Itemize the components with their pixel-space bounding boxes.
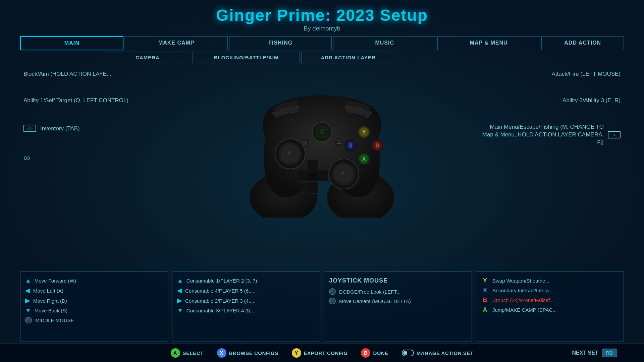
consumable-right: ▶ Consumable 2/PLAYER 3 (4,...	[177, 297, 315, 304]
middle-mouse: MIDDLE MOUSE	[25, 317, 163, 323]
label-ability1: Ability 1/Self Target (Q, LEFT CONTROL)	[23, 97, 128, 104]
left-labels: Block/Aim (HOLD ACTION LAYE... Ability 1…	[23, 67, 164, 163]
infinity-icon: ∞	[23, 153, 164, 163]
arrow-up-icon: ▲	[25, 277, 31, 284]
arrow-down-icon: ▼	[25, 307, 31, 314]
consumable-right-icon: ▶	[177, 297, 182, 304]
b-button-label: B	[481, 297, 489, 304]
joystick-dodge: DODGE/Free Look (LEFT...	[329, 288, 467, 295]
label-ability2: Ability 2/Ability 3 (E, R)	[562, 97, 621, 104]
crouch-label: Crouch (2x)/Prone/Failsaf...	[492, 297, 554, 303]
svg-text:✕: ✕	[318, 127, 326, 137]
svg-text:X: X	[349, 143, 353, 148]
toggle-icon	[402, 350, 414, 356]
right-labels: Attack/Fire (LEFT MOUSE) Ability 2/Abili…	[480, 67, 621, 157]
consumable-up: ▲ Consumable 1/PLAYER 2 (3, 7)	[177, 277, 315, 284]
select-button[interactable]: A SELECT	[171, 348, 204, 358]
secondary-interact-label: Secondary Interact/Intera...	[492, 288, 553, 293]
tab-add-action[interactable]: ADD ACTION	[541, 36, 624, 50]
svg-rect-22	[305, 143, 307, 145]
consumable-up-icon: ▲	[177, 277, 183, 284]
joystick-panel-title: JOYSTICK MOUSE	[329, 277, 467, 284]
joystick-camera-label: Move Camera (MOUSE DELTA)	[339, 298, 411, 304]
dpad-down-label: Move Back (S)	[35, 308, 67, 313]
consumable-down-label: Consumable 3/PLAYER 4 (5,...	[186, 308, 256, 313]
svg-point-5	[287, 151, 291, 155]
dpad-left: ◀ Move Left (A)	[25, 287, 163, 294]
main-menu-button-icon: ▷	[608, 131, 621, 138]
consumable-left: ◀ Consumable 4/PLAYER 5 (6,...	[177, 287, 315, 294]
svg-point-9	[341, 171, 344, 175]
arrow-left-icon: ◀	[25, 287, 30, 294]
svg-rect-20	[305, 141, 307, 143]
rb-badge[interactable]: RB	[602, 349, 617, 357]
bottom-grid: ▲ Move Forward (W) ◀ Move Left (A) ▶ Mov…	[20, 272, 624, 342]
tab-music[interactable]: MUSIC	[333, 36, 436, 50]
tab-camera[interactable]: CAMERA	[104, 52, 191, 63]
joystick-left-icon	[329, 288, 336, 295]
done-button[interactable]: B DONE	[361, 348, 388, 358]
label-block-aim: Block/Aim (HOLD ACTION LAYE...	[23, 71, 111, 77]
middle-mouse-label: MIDDLE MOUSE	[35, 317, 74, 323]
browse-configs-button[interactable]: X BROWSE CONFIGS	[217, 348, 278, 358]
select-label: SELECT	[183, 350, 204, 356]
manage-label: MANAGE ACTION SET	[417, 350, 474, 356]
consumable-right-label: Consumable 2/PLAYER 3 (4,...	[185, 298, 254, 304]
panel-joystick: JOYSTICK MOUSE DODGE/Free Look (LEFT... …	[324, 272, 472, 342]
dpad-right: ▶ Move Right (D)	[25, 297, 163, 304]
subtitle: By delmontyb	[0, 25, 644, 32]
tab-fishing[interactable]: FISHING	[229, 36, 332, 50]
tab-add-layer[interactable]: ADD ACTION LAYER	[301, 52, 395, 63]
svg-point-12	[308, 172, 317, 181]
main-content: Block/Aim (HOLD ACTION LAYE... Ability 1…	[0, 67, 644, 268]
btn-b-item: B Crouch (2x)/Prone/Failsaf...	[481, 297, 619, 304]
svg-rect-21	[303, 143, 305, 145]
dpad-left-label: Move Left (A)	[33, 288, 63, 294]
tab-blocking[interactable]: BLOCKING/BATTLE/AIM	[193, 52, 300, 63]
bottom-bar: A SELECT X BROWSE CONFIGS Y EXPORT CONFI…	[0, 344, 644, 362]
btn-y-item: Y Swap Weapon/Sheathe...	[481, 277, 619, 284]
joystick-right-icon	[329, 298, 336, 304]
a-button-label: A	[481, 306, 489, 313]
y-circle-icon: Y	[292, 348, 301, 358]
arrow-right-icon: ▶	[25, 297, 30, 304]
btn-a-item: A Jump/MAKE CAMP (SPAC...	[481, 306, 619, 313]
label-main-menu: Main Menu/Escape/Fishing (M, CHANGE TO M…	[480, 123, 604, 147]
browse-label: BROWSE CONFIGS	[229, 350, 278, 356]
panel-dpad: ▲ Move Forward (W) ◀ Move Left (A) ▶ Mov…	[20, 272, 168, 342]
swap-weapon-label: Swap Weapon/Sheathe...	[492, 278, 549, 284]
panel-consumables: ▲ Consumable 1/PLAYER 2 (3, 7) ◀ Consuma…	[172, 272, 320, 342]
joystick-indicator	[25, 317, 32, 323]
consumable-down-icon: ▼	[177, 307, 183, 314]
svg-text:A: A	[362, 156, 366, 162]
tab-make-camp[interactable]: MAKE CAMP	[125, 36, 227, 50]
joystick-dodge-label: DODGE/Free Look (LEFT...	[339, 289, 400, 295]
tab-main[interactable]: MAIN	[20, 36, 123, 50]
done-label: DONE	[373, 350, 388, 356]
title-section: Ginger Prime: 2023 Setup By delmontyb	[0, 0, 644, 32]
joystick-camera: Move Camera (MOUSE DELTA)	[329, 298, 467, 304]
tab-map-menu[interactable]: MAP & MENU	[437, 36, 540, 50]
jump-label: Jump/MAKE CAMP (SPAC...	[492, 307, 557, 313]
main-title: Ginger Prime: 2023 Setup	[0, 6, 644, 24]
label-attack-fire: Attack/Fire (LEFT MOUSE)	[551, 71, 621, 77]
b-circle-icon: B	[361, 348, 370, 358]
nav-row1: MAIN MAKE CAMP FISHING MUSIC MAP & MENU …	[20, 36, 624, 50]
dpad-down: ▼ Move Back (S)	[25, 307, 163, 314]
dpad-up-label: Move Forward (W)	[35, 278, 76, 284]
consumable-left-icon: ◀	[177, 287, 182, 294]
controller-svg: ✕ A B	[225, 77, 419, 218]
dpad-up: ▲ Move Forward (W)	[25, 277, 163, 284]
label-inventory: Inventory (TAB)	[40, 125, 80, 133]
inventory-button-icon: ◁▷	[23, 125, 36, 132]
svg-rect-19	[303, 141, 305, 143]
nav-row2: CAMERA BLOCKING/BATTLE/AIM ADD ACTION LA…	[104, 52, 624, 63]
controller-area: ✕ A B	[218, 67, 426, 228]
next-set-label: NEXT SET	[572, 350, 598, 356]
consumable-left-label: Consumable 4/PLAYER 5 (6,...	[185, 288, 254, 294]
consumable-down: ▼ Consumable 3/PLAYER 4 (5,...	[177, 307, 315, 314]
manage-action-set-button[interactable]: MANAGE ACTION SET	[402, 350, 474, 356]
consumable-up-label: Consumable 1/PLAYER 2 (3, 7)	[186, 278, 257, 284]
export-config-button[interactable]: Y EXPORT CONFIG	[292, 348, 348, 358]
dpad-right-label: Move Right (D)	[33, 298, 67, 304]
